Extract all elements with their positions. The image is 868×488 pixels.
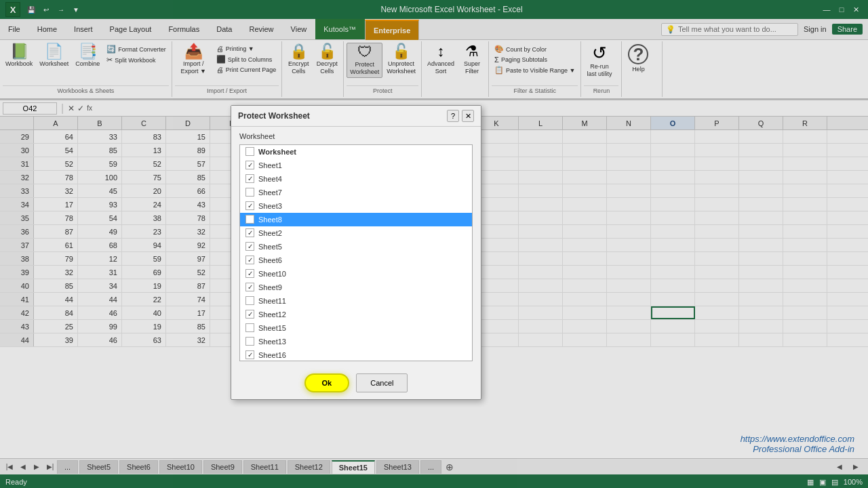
sheet-checkbox[interactable] <box>245 147 254 156</box>
sheet-list-item[interactable]: Sheet11 <box>240 294 472 308</box>
sheet-list-item[interactable]: Sheet1 <box>240 159 472 172</box>
sheet-checkbox[interactable] <box>245 256 254 264</box>
sheet-list-label: Sheet6 <box>258 256 282 264</box>
modal-close-button[interactable]: ✕ <box>462 110 474 122</box>
modal-body: Worksheet WorksheetSheet1Sheet4Sheet7She… <box>231 127 481 367</box>
sheet-checkbox[interactable] <box>245 215 254 224</box>
sheet-list-item[interactable]: Sheet2 <box>240 226 472 240</box>
sheet-list-label: Sheet11 <box>258 297 286 305</box>
modal-overlay: Protect Worksheet ? ✕ Worksheet Workshee… <box>0 0 868 488</box>
sheet-checkbox[interactable] <box>245 188 254 197</box>
sheet-list-item[interactable]: Sheet8 <box>240 213 472 226</box>
sheet-list-item[interactable]: Sheet16 <box>240 348 472 361</box>
sheet-list-item[interactable]: Sheet13 <box>240 335 472 348</box>
sheet-list-label: Sheet12 <box>258 310 286 319</box>
sheet-list-item[interactable]: Sheet5 <box>240 240 472 253</box>
sheet-list-label: Sheet10 <box>258 270 286 278</box>
modal-section-label: Worksheet <box>239 132 473 140</box>
modal-title: Protect Worksheet <box>238 111 310 121</box>
sheet-list-item[interactable]: Sheet15 <box>240 321 472 335</box>
sheet-list-label: Sheet5 <box>258 243 282 251</box>
sheet-list-item[interactable]: Sheet10 <box>240 267 472 281</box>
sheet-list-label: Sheet4 <box>258 175 282 183</box>
sheet-list-item[interactable]: Sheet12 <box>240 308 472 321</box>
sheet-list-label: Sheet9 <box>258 283 282 291</box>
modal-titlebar: Protect Worksheet ? ✕ <box>231 106 481 127</box>
sheet-checkbox[interactable] <box>245 296 254 305</box>
sheet-checkbox[interactable] <box>245 174 254 183</box>
sheet-list-item[interactable]: Sheet3 <box>240 199 472 213</box>
sheet-list-label: Sheet13 <box>258 338 286 346</box>
sheet-list-item[interactable]: Sheet6 <box>240 253 472 267</box>
sheet-checkbox[interactable] <box>245 283 254 291</box>
sheet-checkbox[interactable] <box>245 337 254 346</box>
modal-cancel-button[interactable]: Cancel <box>356 373 408 392</box>
sheet-list-item[interactable]: Sheet7 <box>240 186 472 199</box>
protect-worksheet-dialog: Protect Worksheet ? ✕ Worksheet Workshee… <box>231 105 481 400</box>
sheet-checkbox[interactable] <box>245 323 254 332</box>
sheet-list[interactable]: WorksheetSheet1Sheet4Sheet7Sheet3Sheet8S… <box>239 144 473 361</box>
sheet-list-label: Sheet3 <box>258 202 282 210</box>
sheet-checkbox[interactable] <box>245 228 254 237</box>
modal-controls: ? ✕ <box>447 110 474 122</box>
sheet-checkbox[interactable] <box>245 310 254 319</box>
sheet-checkbox[interactable] <box>245 269 254 278</box>
modal-footer: Ok Cancel <box>231 367 481 399</box>
sheet-list-item[interactable]: Sheet4 <box>240 172 472 186</box>
sheet-list-label: Sheet16 <box>258 351 286 359</box>
sheet-list-label: Sheet2 <box>258 229 282 237</box>
sheet-checkbox[interactable] <box>245 201 254 210</box>
sheet-list-item[interactable]: Sheet9 <box>240 281 472 294</box>
sheet-checkbox[interactable] <box>245 242 254 251</box>
sheet-list-label: Sheet15 <box>258 324 286 332</box>
modal-ok-button[interactable]: Ok <box>304 373 350 392</box>
modal-help-button[interactable]: ? <box>447 110 459 122</box>
sheet-list-label: Sheet8 <box>258 216 282 224</box>
sheet-list-item[interactable]: Worksheet <box>240 145 472 159</box>
sheet-list-label: Worksheet <box>258 148 296 156</box>
sheet-list-label: Sheet1 <box>258 161 282 169</box>
sheet-checkbox[interactable] <box>245 350 254 359</box>
sheet-list-label: Sheet7 <box>258 188 282 197</box>
sheet-checkbox[interactable] <box>245 161 254 169</box>
